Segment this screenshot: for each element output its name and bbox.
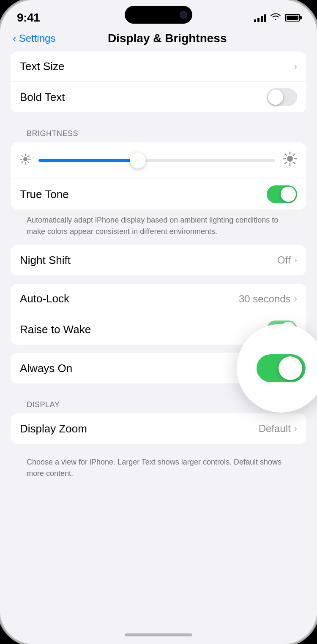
display-zoom-row[interactable]: Display Zoom Default › — [11, 413, 306, 444]
sun-large-icon — [283, 152, 297, 169]
text-size-label: Text Size — [20, 60, 65, 73]
sun-small-icon — [20, 154, 31, 168]
display-zoom-label: Display Zoom — [20, 422, 87, 435]
svg-line-8 — [22, 161, 23, 163]
brightness-section-header: BRIGHTNESS — [11, 121, 306, 142]
night-shift-row[interactable]: Night Shift Off › — [11, 245, 306, 275]
back-chevron-icon: ‹ — [13, 32, 16, 45]
night-shift-value: Off — [277, 254, 291, 266]
true-tone-row[interactable]: True Tone — [11, 179, 306, 209]
always-on-row[interactable]: Always On — [11, 353, 306, 383]
text-size-row[interactable]: Text Size › — [11, 52, 306, 82]
home-indicator — [125, 633, 192, 636]
magnified-toggle-knob — [279, 356, 302, 380]
brightness-slider-fill — [38, 159, 138, 162]
always-on-group: Always On — [11, 353, 306, 383]
auto-lock-value: 30 seconds — [239, 293, 291, 305]
bold-text-toggle-knob — [268, 90, 283, 105]
svg-point-9 — [287, 156, 293, 162]
svg-line-17 — [285, 162, 287, 164]
page-title: Display & Brightness — [30, 32, 304, 45]
status-icons — [254, 13, 300, 22]
svg-line-15 — [293, 162, 295, 164]
auto-lock-row[interactable]: Auto-Lock 30 seconds › — [11, 284, 306, 314]
brightness-slider-thumb[interactable] — [130, 152, 146, 168]
svg-point-0 — [23, 157, 27, 161]
display-zoom-footer: Choose a view for iPhone. Larger Text sh… — [11, 452, 306, 488]
display-zoom-value: Default — [259, 423, 291, 435]
svg-line-6 — [28, 161, 29, 163]
svg-line-16 — [293, 154, 295, 156]
svg-line-7 — [28, 155, 29, 157]
magnified-always-on-toggle[interactable] — [257, 354, 306, 382]
display-zoom-group: Display Zoom Default › — [11, 413, 306, 444]
brightness-slider-row[interactable] — [11, 142, 306, 179]
signal-bars-icon — [254, 14, 266, 22]
raise-to-wake-label: Raise to Wake — [20, 323, 91, 336]
wifi-icon — [271, 13, 281, 22]
auto-lock-chevron-icon: › — [294, 293, 297, 304]
phone-frame: 9:41 — [0, 0, 317, 644]
night-shift-chevron-icon: › — [294, 255, 297, 266]
display-zoom-chevron-icon: › — [294, 423, 297, 434]
bold-text-toggle[interactable] — [267, 88, 297, 106]
bold-text-row[interactable]: Bold Text — [11, 82, 306, 112]
true-tone-label: True Tone — [20, 188, 69, 201]
true-tone-toggle-knob — [281, 187, 296, 202]
bold-text-label: Bold Text — [20, 91, 65, 104]
brightness-slider-track[interactable] — [38, 159, 275, 162]
true-tone-footer: Automatically adapt iPhone display based… — [11, 212, 306, 245]
status-bar: 9:41 — [0, 0, 317, 27]
dynamic-island — [125, 6, 192, 24]
phone-screen: 9:41 — [0, 0, 317, 644]
true-tone-toggle[interactable] — [267, 185, 297, 203]
text-size-chevron-icon: › — [294, 61, 297, 72]
auto-lock-label: Auto-Lock — [20, 292, 69, 305]
status-time: 9:41 — [17, 11, 40, 24]
svg-line-5 — [22, 155, 23, 157]
nav-header: ‹ Settings Display & Brightness — [0, 27, 317, 52]
svg-line-14 — [285, 154, 287, 156]
always-on-label: Always On — [20, 362, 72, 375]
text-settings-group: Text Size › Bold Text — [11, 52, 306, 112]
brightness-group: True Tone — [11, 142, 306, 209]
night-shift-group: Night Shift Off › — [11, 245, 306, 275]
settings-content: Text Size › Bold Text BRIGHTNESS — [0, 52, 317, 488]
night-shift-label: Night Shift — [20, 254, 71, 267]
battery-icon — [285, 14, 300, 22]
camera-dot — [180, 11, 187, 19]
